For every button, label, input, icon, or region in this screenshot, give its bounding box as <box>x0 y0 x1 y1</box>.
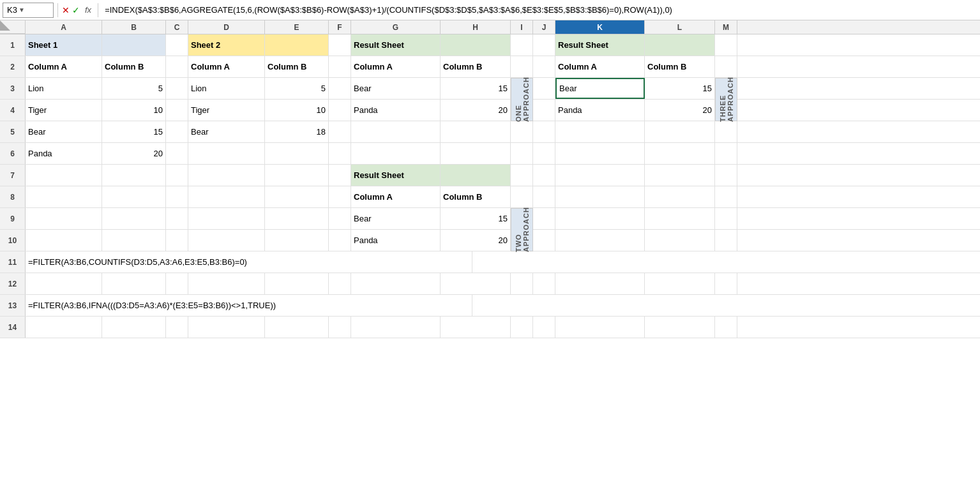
cell-b10[interactable] <box>102 230 166 251</box>
cell-d7[interactable] <box>188 165 265 186</box>
cell-h9[interactable]: 15 <box>441 208 511 229</box>
cell-j7[interactable] <box>533 165 555 186</box>
cell-l6[interactable] <box>645 143 715 164</box>
col-header-a[interactable]: A <box>26 20 102 34</box>
cell-l10[interactable] <box>645 230 715 251</box>
col-header-j[interactable]: J <box>533 20 555 34</box>
col-header-f[interactable]: F <box>329 20 351 34</box>
cell-f1[interactable] <box>329 34 351 56</box>
cell-b12[interactable] <box>102 273 166 294</box>
cell-k2[interactable]: Column A <box>555 56 645 77</box>
cell-m1[interactable] <box>715 34 737 56</box>
cell-a12[interactable] <box>26 273 102 294</box>
cell-j14[interactable] <box>533 317 555 338</box>
col-header-e[interactable]: E <box>265 20 329 34</box>
cell-d3[interactable]: Lion <box>188 78 265 99</box>
col-header-m[interactable]: M <box>715 20 737 34</box>
cell-b5[interactable]: 15 <box>102 121 166 142</box>
cell-g9[interactable]: Bear <box>351 208 441 229</box>
cell-m14[interactable] <box>715 317 737 338</box>
cell-g4[interactable]: Panda <box>351 100 441 121</box>
cell-d8[interactable] <box>188 186 265 207</box>
cell-l12[interactable] <box>645 273 715 294</box>
cell-j3[interactable] <box>533 78 555 99</box>
cell-h5[interactable] <box>441 121 511 142</box>
cancel-icon[interactable]: ✕ <box>62 5 70 15</box>
cell-j2[interactable] <box>533 56 555 77</box>
cell-d1[interactable]: Sheet 2 <box>188 34 265 56</box>
cell-g2[interactable]: Column A <box>351 56 441 77</box>
cell-e3[interactable]: 5 <box>265 78 329 99</box>
cell-j6[interactable] <box>533 143 555 164</box>
cell-h1[interactable] <box>441 34 511 56</box>
cell-m6[interactable] <box>715 143 737 164</box>
cell-a11-formula[interactable]: =FILTER(A3:B6,COUNTIFS(D3:D5,A3:A6,E3:E5… <box>26 251 472 273</box>
cell-l8[interactable] <box>645 186 715 207</box>
cell-e2[interactable]: Column B <box>265 56 329 77</box>
cell-e10[interactable] <box>265 230 329 251</box>
cell-h14[interactable] <box>441 317 511 338</box>
cell-a4[interactable]: Tiger <box>26 100 102 121</box>
cell-l4[interactable]: 20 <box>645 100 715 121</box>
cell-d4[interactable]: Tiger <box>188 100 265 121</box>
cell-i2[interactable] <box>511 56 533 77</box>
cell-g5[interactable] <box>351 121 441 142</box>
cell-a5[interactable]: Bear <box>26 121 102 142</box>
col-header-l[interactable]: L <box>645 20 715 34</box>
cell-k12[interactable] <box>555 273 645 294</box>
cell-h7[interactable] <box>441 165 511 186</box>
cell-a14[interactable] <box>26 317 102 338</box>
cell-m9[interactable] <box>715 208 737 229</box>
cell-l2[interactable]: Column B <box>645 56 715 77</box>
cell-f4[interactable] <box>329 100 351 121</box>
cell-d9[interactable] <box>188 208 265 229</box>
col-header-g[interactable]: G <box>351 20 441 34</box>
cell-b9[interactable] <box>102 208 166 229</box>
cell-j12[interactable] <box>533 273 555 294</box>
cell-i1[interactable] <box>511 34 533 56</box>
cell-d10[interactable] <box>188 230 265 251</box>
cell-m10[interactable] <box>715 230 737 251</box>
cell-j9[interactable] <box>533 208 555 229</box>
cell-h3[interactable]: 15 <box>441 78 511 99</box>
cell-e4[interactable]: 10 <box>265 100 329 121</box>
cell-e12[interactable] <box>265 273 329 294</box>
cell-c3[interactable] <box>166 78 188 99</box>
cell-e9[interactable] <box>265 208 329 229</box>
cell-c1[interactable] <box>166 34 188 56</box>
cell-l14[interactable] <box>645 317 715 338</box>
cell-c2[interactable] <box>166 56 188 77</box>
col-header-c[interactable]: C <box>166 20 188 34</box>
cell-f7[interactable] <box>329 165 351 186</box>
cell-h2[interactable]: Column B <box>441 56 511 77</box>
cell-a8[interactable] <box>26 186 102 207</box>
cell-i7[interactable] <box>511 165 533 186</box>
cell-h4[interactable]: 20 <box>441 100 511 121</box>
cell-j10[interactable] <box>533 230 555 251</box>
cell-a13-formula[interactable]: =FILTER(A3:B6,IFNA(((D3:D5=A3:A6)*(E3:E5… <box>26 295 472 316</box>
cell-h8[interactable]: Column B <box>441 186 511 207</box>
cell-l1[interactable] <box>645 34 715 56</box>
cell-k1[interactable]: Result Sheet <box>555 34 645 56</box>
cell-d12[interactable] <box>188 273 265 294</box>
cell-e7[interactable] <box>265 165 329 186</box>
col-header-b[interactable]: B <box>102 20 166 34</box>
cell-f9[interactable] <box>329 208 351 229</box>
cell-f10[interactable] <box>329 230 351 251</box>
cell-g14[interactable] <box>351 317 441 338</box>
cell-ref-dropdown-icon[interactable]: ▼ <box>19 6 25 13</box>
cell-f12[interactable] <box>329 273 351 294</box>
cell-f2[interactable] <box>329 56 351 77</box>
cell-e1[interactable] <box>265 34 329 56</box>
cell-l5[interactable] <box>645 121 715 142</box>
cell-k6[interactable] <box>555 143 645 164</box>
cell-i8[interactable] <box>511 186 533 207</box>
cell-e5[interactable]: 18 <box>265 121 329 142</box>
cell-c6[interactable] <box>166 143 188 164</box>
col-header-d[interactable]: D <box>188 20 265 34</box>
cell-k8[interactable] <box>555 186 645 207</box>
cell-b4[interactable]: 10 <box>102 100 166 121</box>
cell-l3[interactable]: 15 <box>645 78 715 99</box>
cell-k3[interactable]: Bear <box>555 78 645 99</box>
cell-b14[interactable] <box>102 317 166 338</box>
